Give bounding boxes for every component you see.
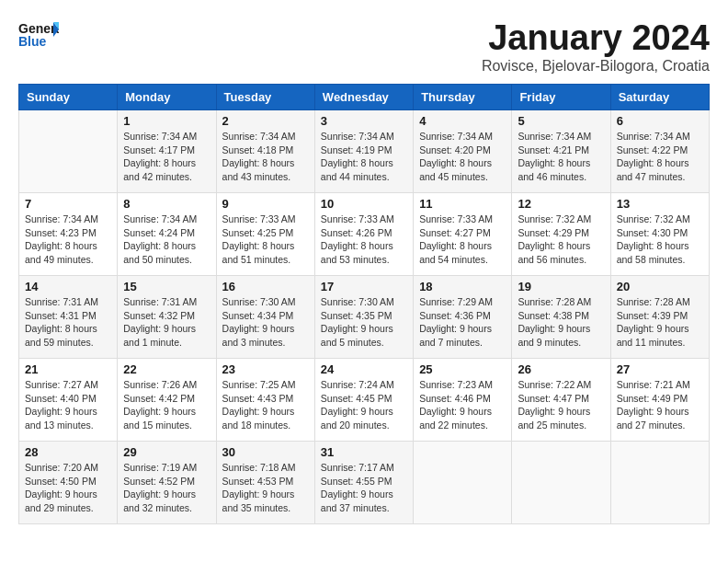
day-number: 8 xyxy=(123,197,210,211)
cell-content: Sunrise: 7:30 AMSunset: 4:35 PMDaylight:… xyxy=(321,295,407,350)
calendar-header-row: SundayMondayTuesdayWednesdayThursdayFrid… xyxy=(19,85,710,110)
day-number: 17 xyxy=(321,280,407,293)
calendar-week-2: 7Sunrise: 7:34 AMSunset: 4:23 PMDaylight… xyxy=(19,193,710,276)
day-number: 20 xyxy=(617,280,703,293)
logo-icon: General Blue xyxy=(18,18,59,52)
cell-content: Sunrise: 7:34 AMSunset: 4:21 PMDaylight:… xyxy=(518,130,604,184)
cell-content: Sunrise: 7:34 AMSunset: 4:24 PMDaylight:… xyxy=(123,213,210,267)
calendar-cell: 27Sunrise: 7:21 AMSunset: 4:49 PMDayligh… xyxy=(610,359,709,442)
day-number: 22 xyxy=(123,362,210,376)
cell-content: Sunrise: 7:28 AMSunset: 4:39 PMDaylight:… xyxy=(617,295,703,350)
calendar-cell: 28Sunrise: 7:20 AMSunset: 4:50 PMDayligh… xyxy=(19,442,118,524)
calendar-cell xyxy=(414,442,512,524)
calendar-cell: 19Sunrise: 7:28 AMSunset: 4:38 PMDayligh… xyxy=(512,276,610,359)
day-number: 1 xyxy=(123,114,210,128)
month-title: January 2024 xyxy=(482,18,710,58)
cell-content: Sunrise: 7:17 AMSunset: 4:55 PMDaylight:… xyxy=(321,461,407,515)
day-number: 11 xyxy=(419,197,506,211)
cell-content: Sunrise: 7:34 AMSunset: 4:17 PMDaylight:… xyxy=(123,130,210,184)
day-header-tuesday: Tuesday xyxy=(216,85,314,110)
day-number: 13 xyxy=(617,197,703,211)
day-number: 23 xyxy=(222,362,309,376)
calendar-cell: 30Sunrise: 7:18 AMSunset: 4:53 PMDayligh… xyxy=(216,442,314,524)
cell-content: Sunrise: 7:20 AMSunset: 4:50 PMDaylight:… xyxy=(25,461,111,515)
day-number: 6 xyxy=(617,114,703,128)
cell-content: Sunrise: 7:19 AMSunset: 4:52 PMDaylight:… xyxy=(123,461,210,515)
day-number: 29 xyxy=(123,445,210,459)
cell-content: Sunrise: 7:31 AMSunset: 4:31 PMDaylight:… xyxy=(25,295,111,350)
day-number: 7 xyxy=(25,197,111,211)
day-number: 9 xyxy=(222,197,309,211)
calendar-week-5: 28Sunrise: 7:20 AMSunset: 4:50 PMDayligh… xyxy=(19,442,710,524)
cell-content: Sunrise: 7:21 AMSunset: 4:49 PMDaylight:… xyxy=(617,378,703,432)
day-number: 4 xyxy=(419,114,506,128)
cell-content: Sunrise: 7:23 AMSunset: 4:46 PMDaylight:… xyxy=(419,378,506,432)
cell-content: Sunrise: 7:29 AMSunset: 4:36 PMDaylight:… xyxy=(419,295,506,350)
calendar-cell: 14Sunrise: 7:31 AMSunset: 4:31 PMDayligh… xyxy=(19,276,118,359)
day-number: 31 xyxy=(321,445,407,459)
calendar-cell: 25Sunrise: 7:23 AMSunset: 4:46 PMDayligh… xyxy=(414,359,512,442)
cell-content: Sunrise: 7:18 AMSunset: 4:53 PMDaylight:… xyxy=(222,461,309,515)
calendar-week-1: 1Sunrise: 7:34 AMSunset: 4:17 PMDaylight… xyxy=(19,110,710,193)
cell-content: Sunrise: 7:31 AMSunset: 4:32 PMDaylight:… xyxy=(123,295,210,350)
day-number: 15 xyxy=(123,280,210,293)
calendar-table: SundayMondayTuesdayWednesdayThursdayFrid… xyxy=(18,84,710,524)
calendar-cell: 8Sunrise: 7:34 AMSunset: 4:24 PMDaylight… xyxy=(118,193,216,276)
day-number: 14 xyxy=(25,280,111,293)
calendar-cell: 2Sunrise: 7:34 AMSunset: 4:18 PMDaylight… xyxy=(216,110,314,193)
calendar-cell: 24Sunrise: 7:24 AMSunset: 4:45 PMDayligh… xyxy=(314,359,413,442)
calendar-cell: 23Sunrise: 7:25 AMSunset: 4:43 PMDayligh… xyxy=(216,359,314,442)
cell-content: Sunrise: 7:28 AMSunset: 4:38 PMDaylight:… xyxy=(518,295,604,350)
day-number: 10 xyxy=(321,197,407,211)
page-header: General Blue January 2024 Rovisce, Bjelo… xyxy=(18,18,710,75)
svg-text:Blue: Blue xyxy=(18,34,47,49)
title-section: January 2024 Rovisce, Bjelovar-Bilogora,… xyxy=(482,18,710,75)
cell-content: Sunrise: 7:24 AMSunset: 4:45 PMDaylight:… xyxy=(321,378,407,432)
calendar-cell: 4Sunrise: 7:34 AMSunset: 4:20 PMDaylight… xyxy=(414,110,512,193)
calendar-cell: 29Sunrise: 7:19 AMSunset: 4:52 PMDayligh… xyxy=(118,442,216,524)
day-number: 18 xyxy=(419,280,506,293)
calendar-week-4: 21Sunrise: 7:27 AMSunset: 4:40 PMDayligh… xyxy=(19,359,710,442)
calendar-cell: 16Sunrise: 7:30 AMSunset: 4:34 PMDayligh… xyxy=(216,276,314,359)
calendar-cell: 15Sunrise: 7:31 AMSunset: 4:32 PMDayligh… xyxy=(118,276,216,359)
cell-content: Sunrise: 7:27 AMSunset: 4:40 PMDaylight:… xyxy=(25,378,111,432)
calendar-cell: 7Sunrise: 7:34 AMSunset: 4:23 PMDaylight… xyxy=(19,193,118,276)
day-number: 2 xyxy=(222,114,309,128)
cell-content: Sunrise: 7:26 AMSunset: 4:42 PMDaylight:… xyxy=(123,378,210,432)
cell-content: Sunrise: 7:33 AMSunset: 4:27 PMDaylight:… xyxy=(419,213,506,267)
cell-content: Sunrise: 7:25 AMSunset: 4:43 PMDaylight:… xyxy=(222,378,309,432)
day-header-friday: Friday xyxy=(512,85,610,110)
calendar-cell: 17Sunrise: 7:30 AMSunset: 4:35 PMDayligh… xyxy=(314,276,413,359)
calendar-cell: 10Sunrise: 7:33 AMSunset: 4:26 PMDayligh… xyxy=(314,193,413,276)
day-number: 19 xyxy=(518,280,604,293)
cell-content: Sunrise: 7:33 AMSunset: 4:26 PMDaylight:… xyxy=(321,213,407,267)
cell-content: Sunrise: 7:33 AMSunset: 4:25 PMDaylight:… xyxy=(222,213,309,267)
day-header-saturday: Saturday xyxy=(610,85,709,110)
cell-content: Sunrise: 7:34 AMSunset: 4:19 PMDaylight:… xyxy=(321,130,407,184)
day-number: 12 xyxy=(518,197,604,211)
calendar-cell: 6Sunrise: 7:34 AMSunset: 4:22 PMDaylight… xyxy=(610,110,709,193)
calendar-cell: 11Sunrise: 7:33 AMSunset: 4:27 PMDayligh… xyxy=(414,193,512,276)
calendar-week-3: 14Sunrise: 7:31 AMSunset: 4:31 PMDayligh… xyxy=(19,276,710,359)
day-number: 28 xyxy=(25,445,111,459)
calendar-cell: 9Sunrise: 7:33 AMSunset: 4:25 PMDaylight… xyxy=(216,193,314,276)
logo: General Blue xyxy=(18,18,59,52)
calendar-cell: 26Sunrise: 7:22 AMSunset: 4:47 PMDayligh… xyxy=(512,359,610,442)
day-number: 5 xyxy=(518,114,604,128)
calendar-cell: 31Sunrise: 7:17 AMSunset: 4:55 PMDayligh… xyxy=(314,442,413,524)
cell-content: Sunrise: 7:34 AMSunset: 4:18 PMDaylight:… xyxy=(222,130,309,184)
day-number: 30 xyxy=(222,445,309,459)
cell-content: Sunrise: 7:30 AMSunset: 4:34 PMDaylight:… xyxy=(222,295,309,350)
calendar-cell: 12Sunrise: 7:32 AMSunset: 4:29 PMDayligh… xyxy=(512,193,610,276)
day-number: 27 xyxy=(617,362,703,376)
cell-content: Sunrise: 7:32 AMSunset: 4:29 PMDaylight:… xyxy=(518,213,604,267)
day-header-thursday: Thursday xyxy=(414,85,512,110)
day-header-monday: Monday xyxy=(118,85,216,110)
calendar-cell: 5Sunrise: 7:34 AMSunset: 4:21 PMDaylight… xyxy=(512,110,610,193)
calendar-cell xyxy=(610,442,709,524)
day-number: 25 xyxy=(419,362,506,376)
calendar-cell xyxy=(19,110,118,193)
cell-content: Sunrise: 7:32 AMSunset: 4:30 PMDaylight:… xyxy=(617,213,703,267)
cell-content: Sunrise: 7:34 AMSunset: 4:20 PMDaylight:… xyxy=(419,130,506,184)
calendar-cell: 1Sunrise: 7:34 AMSunset: 4:17 PMDaylight… xyxy=(118,110,216,193)
